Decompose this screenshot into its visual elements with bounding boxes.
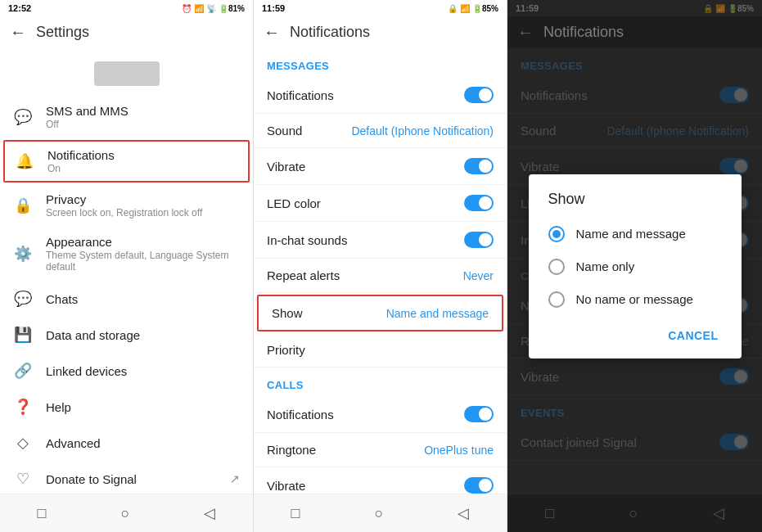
settings-item-chats-title: Chats: [46, 292, 240, 306]
settings-item-linked[interactable]: 🔗 Linked devices: [0, 353, 253, 389]
settings-item-donate[interactable]: ♡ Donate to Signal ↗: [0, 461, 253, 494]
settings-item-help[interactable]: ❓ Help: [0, 389, 253, 425]
notif-item-calls-vibrate[interactable]: Vibrate: [254, 467, 507, 494]
section-header-messages: Messages: [254, 48, 507, 77]
advanced-icon: ◇: [13, 433, 33, 453]
dialog-cancel-button[interactable]: CANCEL: [658, 322, 728, 349]
notif-item-vibrate[interactable]: Vibrate: [254, 148, 507, 185]
settings-item-linked-content: Linked devices: [46, 364, 240, 378]
settings-item-advanced[interactable]: ◇ Advanced: [0, 425, 253, 461]
section-header-calls: Calls: [254, 367, 507, 396]
dialog-option-name-only[interactable]: Name only: [529, 250, 742, 283]
notif-label-sound: Sound: [267, 124, 302, 138]
donate-icon: ♡: [13, 469, 33, 489]
nav-back-2[interactable]: ◁: [441, 501, 485, 525]
settings-item-donate-title: Donate to Signal: [46, 472, 217, 486]
notif-item-ringtone[interactable]: Ringtone OnePlus tune: [254, 433, 507, 467]
radio-empty-3: [548, 291, 565, 308]
notif-value-repeat: Never: [463, 269, 494, 282]
dialog-option-label-2: Name only: [576, 259, 635, 273]
notif-label-ringtone: Ringtone: [267, 443, 316, 457]
settings-item-sms-title: SMS and MMS: [46, 104, 240, 118]
signal-icon: 📶: [194, 4, 204, 13]
radio-inner-1: [552, 230, 561, 238]
page-title-1: Settings: [36, 24, 89, 41]
notif-item-repeat[interactable]: Repeat alerts Never: [254, 259, 507, 293]
settings-item-data[interactable]: 💾 Data and storage: [0, 317, 253, 353]
notif-item-show[interactable]: Show Name and message: [257, 295, 503, 331]
settings-item-advanced-title: Advanced: [46, 436, 240, 450]
settings-item-data-title: Data and storage: [46, 328, 240, 342]
notif-label-led: LED color: [267, 196, 321, 210]
help-icon: ❓: [13, 397, 33, 417]
bottom-nav-1: □ ○ ◁: [0, 494, 253, 532]
data-icon: 💾: [13, 325, 33, 345]
settings-item-help-title: Help: [46, 400, 240, 414]
dialog-overlay: Show Name and message Name only No name …: [507, 0, 762, 532]
settings-item-help-content: Help: [46, 400, 240, 414]
nav-back-1[interactable]: ◁: [187, 501, 232, 525]
settings-item-notif-content: Notifications On: [47, 148, 238, 174]
settings-item-advanced-content: Advanced: [46, 436, 240, 450]
toggle-led[interactable]: [464, 195, 494, 211]
panel-notifications: 11:59 🔒 📶 🔋85% ← Notifications Messages …: [254, 0, 507, 532]
settings-item-notifications[interactable]: 🔔 Notifications On: [3, 140, 250, 183]
back-button-1[interactable]: ←: [10, 23, 26, 42]
notif-label-calls-vibrate: Vibrate: [267, 479, 305, 493]
appearance-icon: ⚙️: [13, 244, 33, 264]
settings-item-appearance-title: Appearance: [46, 235, 240, 249]
privacy-icon: 🔒: [13, 196, 33, 215]
dialog-option-no-name[interactable]: No name or message: [529, 283, 742, 316]
settings-item-privacy[interactable]: 🔒 Privacy Screen lock on, Registration l…: [0, 184, 253, 227]
toggle-calls-notif[interactable]: [464, 406, 494, 422]
notif-item-led[interactable]: LED color: [254, 185, 507, 222]
nav-square-2[interactable]: □: [275, 502, 317, 525]
toggle-inchat[interactable]: [464, 232, 494, 248]
nav-square-1[interactable]: □: [21, 502, 63, 525]
notif-item-sound[interactable]: Sound Default (Iphone Notification): [254, 114, 507, 148]
battery-1: 🔋81%: [219, 4, 245, 13]
panel-settings: 12:52 ⏰ 📶 📡 🔋81% ← Settings 💬 SMS and MM…: [0, 0, 254, 532]
notif-item-inchat[interactable]: In-chat sounds: [254, 222, 507, 259]
panel-notifications-dialog: 11:59 🔒 📶 🔋85% ← Notifications Messages …: [507, 0, 762, 532]
wifi-icon: 📡: [206, 4, 216, 13]
dialog-option-name-and-message[interactable]: Name and message: [529, 218, 742, 250]
status-icons-1: ⏰ 📶 📡 🔋81%: [182, 4, 245, 13]
notifications-icon: 🔔: [15, 151, 34, 171]
notif-label-repeat: Repeat alerts: [267, 268, 340, 282]
lock-icon-2: 🔒: [448, 4, 458, 13]
notif-item-notifications[interactable]: Notifications: [254, 77, 507, 114]
signal-icon-2: 📶: [460, 4, 470, 13]
notif-item-calls-notif[interactable]: Notifications: [254, 396, 507, 433]
radio-outer-1: [548, 226, 565, 242]
page-title-2: Notifications: [290, 24, 370, 41]
profile-section: [0, 48, 253, 96]
dialog-actions: CANCEL: [529, 316, 742, 352]
settings-item-chats[interactable]: 💬 Chats: [0, 281, 253, 317]
dialog-title: Show: [529, 191, 742, 218]
sms-icon: 💬: [13, 107, 33, 127]
toggle-vibrate[interactable]: [464, 158, 494, 174]
settings-item-data-content: Data and storage: [46, 328, 240, 342]
notif-label-calls-notif: Notifications: [267, 408, 334, 422]
nav-circle-1[interactable]: ○: [104, 502, 146, 525]
toggle-calls-vibrate[interactable]: [464, 477, 494, 494]
battery-2: 🔋85%: [472, 4, 498, 13]
settings-item-appearance[interactable]: ⚙️ Appearance Theme System default, Lang…: [0, 227, 253, 281]
notif-label-vibrate: Vibrate: [267, 160, 305, 174]
settings-item-appearance-subtitle: Theme System default, Language System de…: [46, 250, 240, 273]
time-1: 12:52: [8, 3, 31, 13]
toggle-notifications[interactable]: [464, 87, 494, 103]
radio-empty-2: [548, 259, 565, 275]
settings-item-sms[interactable]: 💬 SMS and MMS Off: [0, 96, 253, 138]
settings-item-privacy-subtitle: Screen lock on, Registration lock off: [46, 207, 240, 219]
settings-item-sms-subtitle: Off: [46, 119, 240, 130]
back-button-2[interactable]: ←: [264, 23, 280, 42]
settings-item-privacy-title: Privacy: [46, 192, 240, 206]
notifications-scroll[interactable]: Messages Notifications Sound Default (Ip…: [254, 48, 507, 494]
notif-item-priority[interactable]: Priority: [254, 333, 507, 367]
settings-item-chats-content: Chats: [46, 292, 240, 306]
chats-icon: 💬: [13, 289, 33, 309]
external-link-icon: ↗: [230, 472, 240, 485]
nav-circle-2[interactable]: ○: [358, 502, 399, 525]
